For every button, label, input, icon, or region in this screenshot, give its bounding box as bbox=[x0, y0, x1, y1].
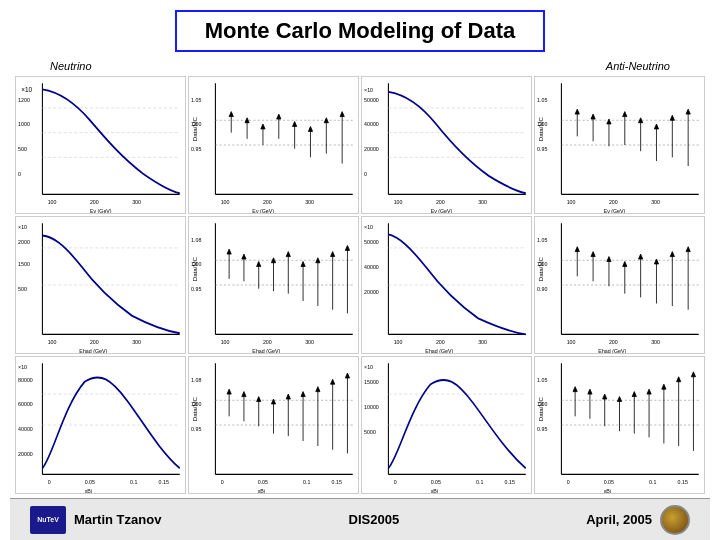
svg-text:1.05: 1.05 bbox=[537, 376, 547, 382]
svg-text:100: 100 bbox=[394, 199, 403, 205]
svg-text:1200: 1200 bbox=[18, 96, 30, 102]
svg-text:80000: 80000 bbox=[18, 376, 33, 382]
svg-text:200: 200 bbox=[263, 199, 272, 205]
svg-text:0.05: 0.05 bbox=[85, 479, 95, 485]
svg-text:0.1: 0.1 bbox=[130, 479, 137, 485]
svg-text:xBj: xBj bbox=[85, 488, 92, 493]
svg-text:0.95: 0.95 bbox=[191, 426, 201, 432]
svg-text:xBj: xBj bbox=[431, 488, 438, 493]
svg-text:500: 500 bbox=[18, 146, 27, 152]
footer-right: April, 2005 bbox=[586, 505, 690, 535]
svg-text:2000: 2000 bbox=[18, 239, 30, 245]
svg-rect-59 bbox=[535, 77, 704, 213]
svg-text:300: 300 bbox=[478, 199, 487, 205]
conference-name: DIS2005 bbox=[349, 512, 400, 527]
svg-text:0.1: 0.1 bbox=[303, 479, 310, 485]
svg-text:0.05: 0.05 bbox=[604, 479, 614, 485]
svg-text:20000: 20000 bbox=[364, 288, 379, 294]
plot-8: 1.05 1.00 0.90 100 200 300 Ehad (GeV) bbox=[534, 216, 705, 354]
svg-text:500: 500 bbox=[18, 286, 27, 292]
svg-text:Data/MC: Data/MC bbox=[193, 257, 199, 281]
svg-text:50000: 50000 bbox=[364, 96, 379, 102]
svg-text:1.05: 1.05 bbox=[191, 96, 201, 102]
plot-12: 1.05 1.00 0.95 0 0.05 0.1 0.15 bbox=[534, 356, 705, 494]
plot-4: 1.05 1.00 0.95 100 200 300 Eν (GeV) Da bbox=[534, 76, 705, 214]
plot-10: 1.08 1.00 0.95 0 0.05 0.1 0.15 bbox=[188, 356, 359, 494]
svg-text:×10: ×10 bbox=[21, 85, 32, 93]
svg-text:Eν (GeV): Eν (GeV) bbox=[90, 208, 112, 213]
svg-text:20000: 20000 bbox=[18, 451, 33, 457]
svg-text:Eν (GeV): Eν (GeV) bbox=[604, 208, 626, 213]
svg-text:Ehad (GeV): Ehad (GeV) bbox=[598, 348, 626, 353]
svg-text:40000: 40000 bbox=[18, 426, 33, 432]
svg-rect-145 bbox=[535, 217, 704, 353]
svg-text:0.1: 0.1 bbox=[649, 479, 656, 485]
svg-text:300: 300 bbox=[651, 339, 660, 345]
nutev-logo: NuTeV bbox=[30, 506, 66, 534]
svg-text:0.95: 0.95 bbox=[191, 146, 201, 152]
plot-3: ×10 50000 40000 20000 0 100 200 300 Eν (… bbox=[361, 76, 532, 214]
svg-text:300: 300 bbox=[651, 199, 660, 205]
svg-text:1.08: 1.08 bbox=[191, 376, 201, 382]
svg-text:Data/MC: Data/MC bbox=[539, 257, 545, 281]
plot-9: ×10 80000 60000 40000 20000 0 0.05 0.1 0… bbox=[15, 356, 186, 494]
svg-text:100: 100 bbox=[221, 339, 230, 345]
svg-text:Data/MC: Data/MC bbox=[539, 117, 545, 141]
plot-6: 1.08 1.00 0.95 100 200 300 Ehad (Ge bbox=[188, 216, 359, 354]
main-container: Monte Carlo Modeling of Data Neutrino An… bbox=[0, 0, 720, 540]
svg-text:5000: 5000 bbox=[364, 428, 376, 434]
plot-11: ×10 15000 10000 5000 0 0.05 0.1 0.15 xBj bbox=[361, 356, 532, 494]
svg-text:300: 300 bbox=[132, 199, 141, 205]
svg-text:0.05: 0.05 bbox=[431, 479, 441, 485]
svg-rect-0 bbox=[16, 77, 185, 213]
svg-text:×10: ×10 bbox=[364, 364, 373, 370]
svg-text:0.15: 0.15 bbox=[505, 479, 515, 485]
svg-text:200: 200 bbox=[263, 339, 272, 345]
svg-text:20000: 20000 bbox=[364, 146, 379, 152]
plot-5: ×10 2000 1500 500 100 200 300 Ehad (GeV) bbox=[15, 216, 186, 354]
svg-text:100: 100 bbox=[48, 199, 57, 205]
svg-text:60000: 60000 bbox=[18, 401, 33, 407]
svg-text:0: 0 bbox=[221, 479, 224, 485]
svg-text:100: 100 bbox=[567, 339, 576, 345]
svg-rect-15 bbox=[189, 77, 358, 213]
svg-text:40000: 40000 bbox=[364, 264, 379, 270]
svg-text:200: 200 bbox=[609, 199, 618, 205]
svg-text:Ehad (GeV): Ehad (GeV) bbox=[425, 348, 453, 353]
plot-7: ×10 50000 40000 20000 100 200 300 Ehad (… bbox=[361, 216, 532, 354]
svg-text:×10: ×10 bbox=[364, 224, 373, 230]
svg-text:0: 0 bbox=[364, 171, 367, 177]
title-text: Monte Carlo Modeling of Data bbox=[205, 18, 515, 43]
svg-text:300: 300 bbox=[478, 339, 487, 345]
svg-text:100: 100 bbox=[394, 339, 403, 345]
svg-text:100: 100 bbox=[48, 339, 57, 345]
svg-text:×10: ×10 bbox=[18, 224, 27, 230]
svg-text:Eν (GeV): Eν (GeV) bbox=[431, 208, 453, 213]
svg-text:200: 200 bbox=[436, 339, 445, 345]
svg-text:0.15: 0.15 bbox=[159, 479, 169, 485]
conference-date: April, 2005 bbox=[586, 512, 652, 527]
svg-text:50000: 50000 bbox=[364, 239, 379, 245]
svg-text:100: 100 bbox=[221, 199, 230, 205]
footer-center: DIS2005 bbox=[349, 512, 400, 527]
svg-text:xBj: xBj bbox=[604, 488, 611, 493]
svg-text:1.05: 1.05 bbox=[537, 96, 547, 102]
svg-text:200: 200 bbox=[90, 339, 99, 345]
svg-text:0: 0 bbox=[394, 479, 397, 485]
svg-text:0: 0 bbox=[48, 479, 51, 485]
plot-2: 1.05 1.00 0.95 100 200 300 E bbox=[188, 76, 359, 214]
svg-text:0.95: 0.95 bbox=[537, 146, 547, 152]
plot-1: ×10 1200 1000 500 0 100 200 300 Eν (GeV) bbox=[15, 76, 186, 214]
svg-text:0.95: 0.95 bbox=[537, 426, 547, 432]
title-box: Monte Carlo Modeling of Data bbox=[175, 10, 545, 52]
svg-text:15000: 15000 bbox=[364, 379, 379, 385]
svg-text:0.1: 0.1 bbox=[476, 479, 483, 485]
fermilab-logo bbox=[660, 505, 690, 535]
svg-text:×10: ×10 bbox=[364, 86, 373, 92]
svg-text:0.05: 0.05 bbox=[258, 479, 268, 485]
svg-text:0.95: 0.95 bbox=[191, 286, 201, 292]
svg-text:300: 300 bbox=[305, 199, 314, 205]
svg-text:0.90: 0.90 bbox=[537, 286, 547, 292]
footer-left: NuTeV Martin Tzanov bbox=[30, 506, 161, 534]
svg-text:0: 0 bbox=[567, 479, 570, 485]
